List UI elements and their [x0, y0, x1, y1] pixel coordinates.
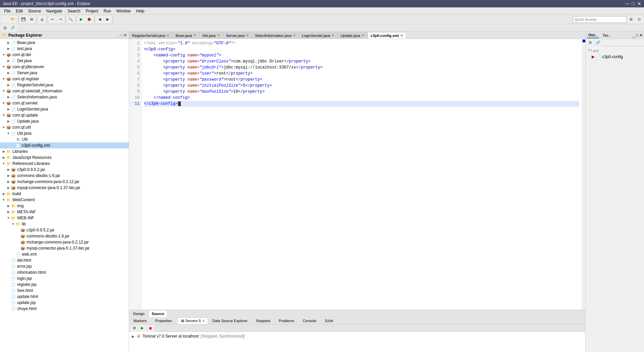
tree-item[interactable]: ▼📦com.qf.register: [0, 76, 129, 82]
start-server-btn[interactable]: ▶: [139, 324, 146, 332]
tree-item[interactable]: ▶📁Libraries: [0, 148, 129, 155]
stop-server-btn[interactable]: ⏹: [147, 324, 154, 332]
tree-item[interactable]: ▼📁WEB-INF: [0, 215, 129, 221]
tree-item[interactable]: ▶📦c3p0-0.9.5.2.jar: [0, 167, 129, 173]
menu-item-source[interactable]: Source: [25, 8, 44, 14]
tree-item[interactable]: 📦commons-dbutils-1.6.jar: [0, 233, 129, 239]
search-btn[interactable]: 🔍: [67, 16, 74, 23]
bottom-tab-console[interactable]: Console: [300, 317, 320, 324]
bottom-tab-markers[interactable]: Markers: [130, 317, 151, 324]
save-btn[interactable]: 💾: [20, 16, 27, 23]
menu-item-run[interactable]: Run: [101, 8, 114, 14]
tree-item[interactable]: ⚙Util: [0, 136, 129, 142]
tree-item[interactable]: ▶📦mysql-connector-java-5.1.37-bin.jar: [0, 185, 129, 191]
tab-close-btn[interactable]: ✕: [217, 33, 220, 38]
tree-item[interactable]: 📄zhuye.html: [0, 306, 129, 312]
maximize-btn[interactable]: □: [632, 1, 635, 6]
right-panel-min[interactable]: _: [633, 33, 635, 38]
tree-item[interactable]: 📄See.html: [0, 288, 129, 294]
tree-item[interactable]: 📄del.html: [0, 257, 129, 263]
editor-tab[interactable]: c3p0-config.xml✕: [368, 32, 406, 39]
save-all-btn[interactable]: ⊞: [28, 16, 35, 23]
link-with-editor-btn[interactable]: 🔗: [594, 39, 602, 46]
tree-item[interactable]: ▶📄RegisterServlet.java: [0, 82, 129, 88]
tree-item[interactable]: ▼📁lib: [0, 221, 129, 227]
tab-close-btn[interactable]: ✕: [362, 33, 365, 38]
run-btn[interactable]: ▶: [77, 16, 85, 23]
tab-close-btn[interactable]: ✕: [293, 33, 296, 38]
tree-item[interactable]: 📄register.jsp: [0, 281, 129, 288]
print-btn[interactable]: 🖨: [38, 16, 46, 23]
tree-item[interactable]: 📦mysql-connector-java-5.1.37-bin.jar: [0, 245, 129, 251]
editor-tab[interactable]: LoginServlet.java✕: [299, 32, 337, 39]
right-panel-controls[interactable]: _ □ ✕: [633, 33, 643, 38]
close-btn[interactable]: ✕: [637, 1, 641, 6]
menu-item-navigate[interactable]: Navigate: [44, 8, 65, 14]
tab-close-btn[interactable]: ✕: [193, 33, 196, 38]
tree-item[interactable]: ▼📦com.qf.util: [0, 124, 129, 130]
menu-item-search[interactable]: Search: [65, 8, 83, 14]
tree-item[interactable]: 📄web.xml: [0, 251, 129, 257]
tree-item[interactable]: 📄information.html: [0, 269, 129, 275]
tree-item[interactable]: ▶📁JavaScript Resources: [0, 155, 129, 161]
tab-close-btn[interactable]: ✕: [400, 34, 403, 38]
close-panel-btn[interactable]: ✕: [123, 33, 127, 38]
right-panel-max[interactable]: □: [636, 33, 638, 38]
tree-item[interactable]: ▶📦commons-dbutils-1.6.jar: [0, 173, 129, 179]
maximize-panel-btn[interactable]: □: [120, 33, 122, 38]
tab-close-btn[interactable]: ✕: [331, 33, 334, 38]
bottom-tab-servers[interactable]: 🖥Servers 5✕: [177, 317, 208, 324]
right-tree-item[interactable]: ▶ 📄 c3p0-config: [587, 54, 643, 60]
new-server-btn[interactable]: ⊞: [130, 324, 138, 332]
tree-item[interactable]: ▶📄Del.java: [0, 58, 129, 64]
code-area[interactable]: <?xml version="1.0" encoding="UTF-8"?><c…: [141, 39, 582, 310]
prev-btn[interactable]: ◀: [96, 16, 103, 23]
tree-item[interactable]: ▶📁META-INF: [0, 209, 129, 215]
tree-item[interactable]: ▶📦mchange-commons-java-0.2.12.jar: [0, 179, 129, 185]
explorer-controls[interactable]: _ □ ✕: [117, 33, 127, 38]
bottom-tab-data-source-explorer[interactable]: Data Source Explorer: [209, 317, 252, 324]
editor-mode-tab-source[interactable]: Source: [149, 310, 167, 317]
outline-tab[interactable]: Out...: [587, 32, 599, 38]
editor-tab[interactable]: Server.java✕: [223, 32, 252, 39]
tree-item[interactable]: ▼📄Util.java: [0, 130, 129, 136]
menu-item-file[interactable]: File: [1, 8, 13, 14]
bottom-tab-snippets[interactable]: Snippets: [253, 317, 274, 324]
tree-item[interactable]: 📄error.jsp: [0, 263, 129, 269]
minimize-btn[interactable]: ─: [626, 1, 629, 6]
tree-item[interactable]: ▼📦com.qf.del: [0, 52, 129, 58]
tree-item[interactable]: ▶📄Bean.java: [0, 40, 129, 46]
editor-mode-tab-design[interactable]: Design: [130, 310, 147, 317]
open-btn[interactable]: 📂: [9, 16, 17, 23]
editor-tab[interactable]: RegisterServlet.java✕: [129, 32, 172, 39]
tab-close-btn[interactable]: ✕: [166, 33, 169, 38]
link-btn[interactable]: 🔗: [9, 24, 17, 32]
tree-item[interactable]: ▶📄SelectInformation.java: [0, 94, 129, 100]
menu-item-project[interactable]: Project: [83, 8, 101, 14]
view-btn[interactable]: ⊞: [627, 16, 635, 23]
quick-access-input[interactable]: [573, 16, 627, 23]
window-controls[interactable]: ─ □ ✕: [626, 1, 641, 6]
tree-item[interactable]: ▶📁img: [0, 203, 129, 209]
tree-item[interactable]: ▶📄Update.java: [0, 118, 129, 124]
tree-item[interactable]: ▼📁Referenced Libraries: [0, 161, 129, 167]
tree-item[interactable]: ▶📄LoginServlet.java: [0, 106, 129, 112]
bottom-tab-problems[interactable]: Problems: [276, 317, 298, 324]
tree-item[interactable]: 📦c3p0-0.9.5.2.jar: [0, 227, 129, 233]
tree-item[interactable]: 📄update.html: [0, 294, 129, 300]
menu-item-help[interactable]: Help: [133, 8, 147, 14]
server-expand-arrow[interactable]: ▶: [132, 335, 135, 338]
bottom-tab-junit[interactable]: JUnit: [322, 317, 337, 324]
minimize-panel-btn[interactable]: _: [117, 33, 119, 38]
new-btn[interactable]: 📄: [1, 16, 9, 23]
right-panel-close[interactable]: ✕: [639, 33, 643, 38]
editor-tab[interactable]: Update.java✕: [337, 32, 368, 39]
bottom-tab-close[interactable]: ✕: [202, 319, 205, 323]
tasks-tab[interactable]: Tas...: [601, 33, 612, 38]
server-row[interactable]: ▶ 🖥 Tomcat v7.0 Server at localhost [Sto…: [129, 333, 585, 340]
editor-tab[interactable]: SelectInformation.java✕: [252, 32, 299, 39]
tree-item[interactable]: ▶📄Server.java: [0, 70, 129, 76]
menu-item-edit[interactable]: Edit: [13, 8, 25, 14]
tree-item[interactable]: 📄c3p0-config.xml: [0, 142, 129, 148]
bottom-tab-properties[interactable]: Properties: [152, 317, 176, 324]
